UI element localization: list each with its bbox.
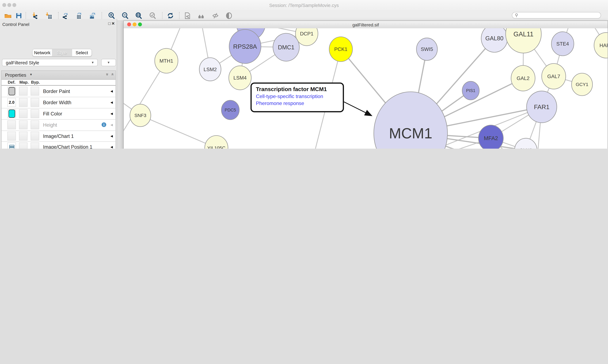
network-node-pis1[interactable]: PIS1 — [462, 81, 479, 100]
network-node-pdc5[interactable]: PDC5 — [221, 100, 239, 119]
network-node-gal7[interactable]: GAL7 — [542, 64, 566, 89]
properties-panel: Properties ▼ » « Def. Map. Byp. Border P… — [1, 71, 116, 149]
zoom-in-icon[interactable] — [107, 12, 115, 19]
bypass-cell[interactable] — [30, 120, 39, 129]
chevron-down-icon: ▼ — [91, 61, 94, 64]
import-network-icon[interactable] — [31, 12, 39, 19]
close-panel-icon[interactable]: ✕ — [111, 22, 115, 26]
hide-graphics-icon[interactable] — [211, 12, 219, 19]
network-node-dmc1[interactable]: DMC1 — [273, 33, 299, 61]
bypass-cell[interactable] — [30, 143, 39, 149]
color-swatch — [8, 110, 15, 118]
bypass-cell[interactable] — [30, 98, 39, 107]
search-input[interactable] — [520, 13, 601, 18]
tab-network[interactable]: Network — [33, 49, 52, 56]
network-node-mfa2[interactable]: MFA2 — [479, 125, 503, 149]
network-node-gal80[interactable]: GAL80 — [481, 28, 508, 52]
binoculars-icon[interactable] — [197, 12, 205, 19]
expand-property-icon[interactable]: ◀ — [111, 90, 113, 93]
info-icon[interactable]: i — [102, 122, 106, 127]
network-document-icon[interactable] — [183, 12, 191, 19]
network-window-titlebar[interactable]: galFiltered.sif — [124, 21, 608, 29]
network-node-ste4[interactable]: STE4 — [551, 32, 574, 56]
export-network-icon[interactable] — [61, 12, 69, 19]
save-session-icon[interactable] — [15, 12, 23, 19]
default-value-cell[interactable] — [7, 131, 16, 140]
annotation-box[interactable]: Transcription factor MCM1 Cell-type-spec… — [250, 83, 344, 112]
bypass-cell[interactable] — [30, 131, 39, 140]
mapping-cell[interactable] — [19, 98, 28, 107]
export-image-icon[interactable] — [88, 12, 96, 19]
tab-select[interactable]: Select — [72, 49, 92, 56]
properties-header[interactable]: Properties ▼ » « — [1, 71, 116, 80]
network-node-lsm4[interactable]: LSM4 — [229, 66, 251, 90]
bypass-cell[interactable] — [30, 109, 39, 118]
search-box[interactable]: ⚲ — [512, 12, 601, 19]
expand-property-icon[interactable]: ◀ — [111, 134, 113, 138]
bypass-cell[interactable] — [30, 87, 39, 96]
network-node-far1[interactable]: FAR1 — [527, 91, 557, 123]
expand-property-icon[interactable]: ◀ — [111, 112, 113, 115]
default-value-cell[interactable]: 2.0 — [7, 98, 16, 107]
refresh-icon[interactable] — [166, 12, 174, 19]
cytoscape-app: Session: /Temp/SampleMovie.cys ⚲ Control… — [0, 0, 608, 149]
annotation-link[interactable]: Pheromone response — [256, 100, 343, 106]
property-label: Fill Color — [43, 111, 62, 116]
network-node-swi5[interactable]: SWI5 — [416, 38, 437, 60]
control-panel: Control Panel □ ✕ Network Style Select g… — [0, 19, 117, 149]
network-node-gcy1[interactable]: GCY1 — [572, 73, 593, 96]
session-title: Session: /Temp/SampleMovie.cys — [0, 3, 608, 8]
expand-all-icon[interactable]: » — [105, 73, 110, 76]
style-selector[interactable]: galFiltered Style ▼ — [2, 59, 98, 66]
default-value-cell[interactable] — [7, 109, 16, 118]
network-node-pck1[interactable]: PCK1 — [329, 37, 352, 62]
mapping-cell[interactable] — [19, 109, 28, 118]
network-node-gal2[interactable]: GAL2 — [511, 65, 535, 91]
network-edge[interactable] — [124, 61, 166, 149]
network-edge[interactable] — [140, 116, 216, 148]
svg-text:LSM2: LSM2 — [204, 66, 217, 72]
expand-property-icon[interactable]: ◀ — [111, 123, 113, 127]
network-node-mcm1[interactable]: MCM1 — [374, 92, 447, 149]
network-node-cln3[interactable]: CLN3 — [515, 138, 537, 149]
expand-property-icon[interactable]: ◀ — [111, 145, 113, 149]
import-table-icon[interactable] — [45, 12, 52, 19]
property-row[interactable]: Heighti◀ — [1, 119, 116, 131]
style-options-button[interactable]: ▼ — [101, 59, 116, 66]
default-value-cell[interactable] — [7, 87, 16, 96]
property-row[interactable]: 2.0Border Width◀ — [1, 97, 116, 108]
default-value-cell[interactable] — [7, 143, 16, 149]
svg-text:DMC1: DMC1 — [278, 44, 294, 51]
network-node-yil105c[interactable]: YIL105C — [205, 135, 228, 149]
property-row[interactable]: Fill Color◀ — [1, 108, 116, 119]
expand-property-icon[interactable]: ◀ — [111, 101, 113, 104]
tab-style[interactable]: Style — [52, 49, 72, 56]
property-row[interactable]: Image/Chart 1◀ — [1, 131, 116, 142]
col-def: Def. — [8, 80, 15, 84]
mapping-cell[interactable] — [19, 131, 28, 140]
network-canvas[interactable]: DCP1RPS28ADMC1PCK1SWI5GAL80GAL11STE4HAP2… — [124, 28, 608, 149]
network-node-mth1[interactable]: MTH1 — [155, 48, 178, 73]
network-node-rps28a[interactable]: RPS28A — [229, 29, 261, 64]
mapping-cell[interactable] — [19, 120, 28, 129]
network-node-lsm2[interactable]: LSM2 — [199, 58, 221, 81]
property-row[interactable]: Image/Chart Position 1◀ — [1, 142, 116, 149]
collapse-all-icon[interactable]: « — [111, 73, 115, 76]
network-node-hap2[interactable]: HAP2 — [594, 33, 608, 58]
default-value-cell[interactable] — [7, 120, 16, 129]
property-row[interactable]: Border Paint◀ — [1, 86, 116, 97]
export-table-icon[interactable] — [75, 12, 83, 19]
mapping-cell[interactable] — [19, 143, 28, 149]
zoom-out-icon[interactable] — [121, 12, 129, 19]
mapping-cell[interactable] — [19, 87, 28, 96]
svg-text:GCY1: GCY1 — [576, 82, 588, 87]
annotation-link[interactable]: Cell-type-specific transcription — [256, 93, 343, 99]
show-graphics-icon[interactable] — [225, 12, 233, 19]
open-session-icon[interactable] — [4, 12, 12, 19]
svg-text:MTH1: MTH1 — [159, 58, 173, 64]
network-node-snf3[interactable]: SNF3 — [130, 104, 151, 127]
float-panel-icon[interactable]: □ — [108, 22, 111, 26]
network-node-gal11[interactable]: GAL11 — [506, 28, 541, 53]
zoom-selected-icon[interactable] — [149, 12, 156, 19]
zoom-fit-icon[interactable] — [135, 12, 142, 19]
